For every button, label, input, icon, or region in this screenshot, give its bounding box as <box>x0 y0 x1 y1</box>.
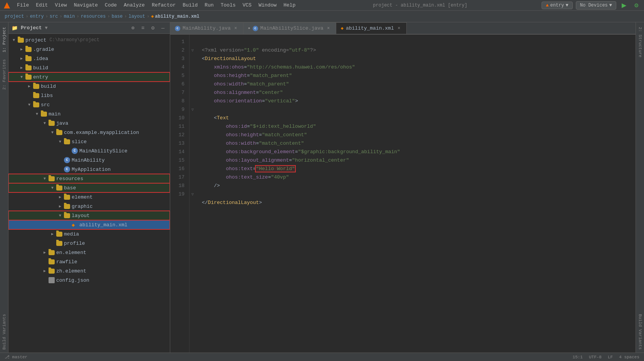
tree-item-java[interactable]: ▼ java <box>8 119 170 128</box>
tree-item-my-application[interactable]: C MyApplication <box>8 165 170 174</box>
tab-project[interactable]: 1: Project <box>1 24 7 55</box>
tree-item-resources[interactable]: ▼ resources <box>8 174 170 183</box>
line-6-attr: ohos:alignment="center" <box>214 90 283 95</box>
folder-icon-java <box>49 121 55 126</box>
tree-label-entry: entry <box>33 74 48 80</box>
menu-run[interactable]: Run <box>201 2 216 9</box>
debug-button[interactable]: ⚙ <box>632 1 641 10</box>
tree-item-build-root[interactable]: ▶ build <box>8 63 170 72</box>
fold-marker-4 <box>190 63 196 72</box>
tree-item-main[interactable]: ▼ main <box>8 109 170 119</box>
tree-item-ability-main-xml[interactable]: ◆ ability_main.xml <box>8 220 170 229</box>
breadcrumb-src[interactable]: src <box>50 14 58 19</box>
breadcrumb-entry[interactable]: entry <box>30 14 44 19</box>
java-tab-icon-1: C <box>175 26 180 31</box>
tree-item-main-ability[interactable]: C MainAbility <box>8 155 170 165</box>
folder-icon-entry-libs <box>33 93 39 98</box>
menu-view[interactable]: View <box>52 2 70 9</box>
menu-vcs[interactable]: VCS <box>240 2 255 9</box>
tree-item-slice[interactable]: ▼ slice <box>8 137 170 146</box>
expand-slice: ▼ <box>58 139 62 144</box>
locate-icon[interactable]: ⊕ <box>129 24 137 32</box>
fold-marker-2[interactable]: ▽ <box>190 46 196 55</box>
tree-item-media[interactable]: ▶ media <box>8 229 170 239</box>
breadcrumb-project[interactable]: project <box>5 14 24 19</box>
tree-item-en-element[interactable]: ▶ en.element <box>8 248 170 257</box>
tree-item-com-example[interactable]: ▼ com.example.myapplication <box>8 128 170 137</box>
right-tab-structure[interactable]: 2: Structure <box>637 24 643 60</box>
tree-item-project[interactable]: ▼ project C:\harmony\project <box>8 35 170 45</box>
tab-ability-main-xml[interactable]: ◆ ability_main.xml × <box>336 22 407 34</box>
status-line-col: 15:1 <box>573 355 583 359</box>
fold-marker-10 <box>190 114 196 122</box>
tree-item-gradle[interactable]: ▶ .gradle <box>8 45 170 54</box>
expand-project: ▼ <box>12 38 16 42</box>
tree-label-slice: slice <box>72 139 87 145</box>
tree-item-zh-element[interactable]: ▶ zh.element <box>8 266 170 276</box>
tab-main-ability-slice-java[interactable]: ● C MainAbilitySlice.java × <box>243 22 336 34</box>
tab-close-main-ability-java[interactable]: × <box>233 26 238 31</box>
entry-selector[interactable]: ▲ entry ▼ <box>542 2 572 9</box>
breadcrumb-main[interactable]: main <box>64 14 75 19</box>
tree-label-main-ability-slice: MainAbilitySlice <box>79 148 127 154</box>
tree-item-entry-src[interactable]: ▼ src <box>8 100 170 109</box>
tab-build-variants[interactable]: Build Variants <box>1 311 7 353</box>
tree-item-graphic[interactable]: ▶ graphic <box>8 202 170 211</box>
tree-item-base[interactable]: ▼ base <box>8 183 170 192</box>
no-devices-selector[interactable]: No Devices ▼ <box>576 1 616 10</box>
menu-refactor[interactable]: Refactor <box>149 2 179 9</box>
tree-label-zh-element: zh.element <box>56 268 86 274</box>
breadcrumb-layout[interactable]: layout <box>129 14 145 19</box>
tree-label-entry-build: build <box>41 84 56 89</box>
menu-window[interactable]: Window <box>255 2 280 9</box>
settings-icon[interactable]: ≡ <box>139 24 147 32</box>
right-tab-build-variants[interactable]: Build Variants <box>637 311 643 353</box>
tree-item-element[interactable]: ▶ element <box>8 192 170 202</box>
folder-icon-idea <box>25 56 32 61</box>
menu-analyze[interactable]: Analyze <box>121 2 148 9</box>
menu-file[interactable]: File <box>14 2 32 9</box>
xml-ability-icon: ◆ <box>72 222 78 228</box>
tab-close-main-ability-slice-java[interactable]: × <box>326 26 331 31</box>
tree-item-rawfile[interactable]: rawfile <box>8 257 170 266</box>
line-numbers: 1 2 3 4 5 6 7 8 9 10 11 12 13 14 15 16 1… <box>170 35 190 353</box>
tree-item-profile[interactable]: profile <box>8 239 170 248</box>
fold-marker-9[interactable]: ▽ <box>190 105 196 114</box>
tree-label-base: base <box>64 185 76 191</box>
tree-item-main-ability-slice[interactable]: C MainAbilitySlice <box>8 146 170 155</box>
tree-item-idea[interactable]: ▶ .idea <box>8 54 170 63</box>
tab-favorites[interactable]: 2: Favorites <box>1 56 7 93</box>
run-button[interactable]: ▶ <box>619 1 629 10</box>
menu-help[interactable]: Help <box>280 2 299 9</box>
tree-item-entry[interactable]: ▼ entry <box>8 72 170 82</box>
fold-marker-1 <box>190 38 196 46</box>
expand-idea: ▶ <box>19 56 24 61</box>
app-logo <box>3 2 11 9</box>
tree-item-config-json[interactable]: config.json <box>8 276 170 285</box>
breadcrumb-resources[interactable]: resources <box>81 14 106 19</box>
line-7-attr: ohos:orientation="vertical"> <box>214 98 298 104</box>
tab-close-ability-main-xml[interactable]: × <box>396 26 402 31</box>
tree-label-entry-src: src <box>41 102 50 108</box>
gear-icon[interactable]: ⚙ <box>149 24 157 32</box>
code-content[interactable]: <?xml version="1.0" encoding="utf-8"?> <… <box>196 35 636 353</box>
line-16-attr: ohos:text_size="40vp" <box>226 174 289 180</box>
menu-edit[interactable]: Edit <box>33 2 51 9</box>
menu-build[interactable]: Build <box>179 2 201 9</box>
menu-navigate[interactable]: Navigate <box>71 2 101 9</box>
app-title: project - ability_main.xml [entry] <box>373 3 467 8</box>
minimize-icon[interactable]: — <box>159 24 167 32</box>
tree-item-entry-libs[interactable]: libs <box>8 91 170 100</box>
tree-label-config-json: config.json <box>56 277 89 283</box>
code-editor[interactable]: 1 2 3 4 5 6 7 8 9 10 11 12 13 14 15 16 1… <box>170 35 636 353</box>
tree-item-layout[interactable]: ▼ layout <box>8 211 170 220</box>
breadcrumb-base[interactable]: base <box>112 14 123 19</box>
project-dropdown-icon[interactable]: ▼ <box>45 25 48 31</box>
tab-main-ability-java[interactable]: C MainAbility.java × <box>170 22 243 34</box>
tree-item-entry-build[interactable]: ▶ build <box>8 82 170 91</box>
breadcrumb-file[interactable]: ability_main.xml <box>155 14 199 19</box>
menu-tools[interactable]: Tools <box>218 2 239 9</box>
menu-code[interactable]: Code <box>102 2 120 9</box>
fold-marker-19[interactable]: ▽ <box>190 190 196 199</box>
line-10-attr: ohos:id="$+id:text_helloworld" <box>226 124 316 129</box>
